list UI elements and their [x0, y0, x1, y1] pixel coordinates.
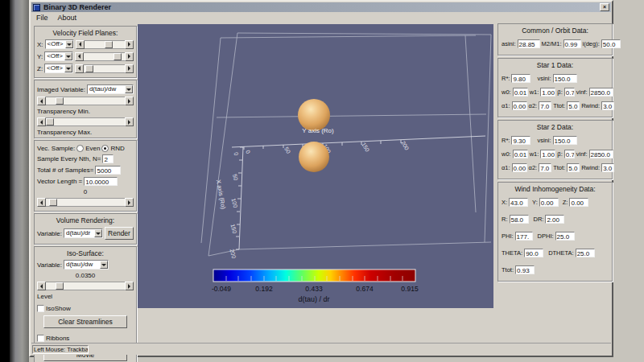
- transparency-max-scrollbar[interactable]: [37, 117, 134, 126]
- vector-length-field[interactable]: 10.0000: [84, 177, 118, 186]
- star1-alpha1-field[interactable]: 0.00: [512, 101, 527, 110]
- star2-vinf-field[interactable]: 2850.0: [589, 150, 613, 158]
- star2-radius-field[interactable]: 9.30: [511, 136, 530, 145]
- star2-ttot-field[interactable]: 5.0: [567, 163, 580, 172]
- star1-vsini-label: vsini:: [537, 75, 551, 82]
- wind-dr-field[interactable]: 2.00: [545, 215, 564, 224]
- x-plane-scrollbar[interactable]: [76, 40, 134, 49]
- x-plane-track[interactable]: [85, 40, 125, 49]
- transparency-min-track[interactable]: [46, 97, 125, 105]
- star1-alpha2-field[interactable]: 7.0: [539, 101, 551, 110]
- viewport[interactable]: 0 50 100 150 200 0 50 100 150 200 X axis…: [138, 24, 493, 308]
- iso-level-track[interactable]: [46, 282, 125, 290]
- star1-radius-field[interactable]: 9.80: [511, 74, 530, 83]
- wind-r-label: R:: [502, 216, 508, 223]
- chevron-down-icon[interactable]: [125, 85, 133, 93]
- arrow-right-icon[interactable]: [125, 282, 134, 290]
- star2-w1-field[interactable]: 1.00: [540, 150, 555, 158]
- transparency-max-track[interactable]: [46, 117, 125, 126]
- z-plane-thumb[interactable]: [85, 65, 93, 72]
- transparency-max-thumb[interactable]: [46, 118, 54, 125]
- isoshow-label: IsoShow: [46, 305, 71, 312]
- wind-theta-field[interactable]: 90.0: [524, 249, 543, 257]
- wind-ttot-field[interactable]: 0.93: [515, 265, 535, 274]
- transparency-min-scrollbar[interactable]: [37, 97, 134, 105]
- wind-dphi-field[interactable]: 25.0: [555, 232, 575, 241]
- arrow-left-icon[interactable]: [37, 97, 46, 105]
- isoshow-checkbox[interactable]: [37, 305, 44, 312]
- imaged-variable-dropdown[interactable]: d(tau)/dw: [87, 84, 134, 94]
- menu-about[interactable]: About: [58, 14, 77, 22]
- menu-file[interactable]: File: [36, 14, 48, 22]
- wind-z-field[interactable]: 0.00: [569, 198, 588, 207]
- close-icon[interactable]: ×: [600, 3, 609, 11]
- chevron-down-icon[interactable]: [64, 64, 72, 72]
- star1-w0-field[interactable]: 0.01: [513, 88, 528, 97]
- y-plane-dropdown[interactable]: <Off>: [44, 51, 73, 61]
- y-plane-thumb[interactable]: [114, 53, 122, 60]
- clear-streamlines-button[interactable]: Clear Streamlines: [43, 315, 127, 328]
- arrow-right-icon[interactable]: [125, 97, 134, 105]
- sample-track[interactable]: [46, 198, 125, 207]
- arrow-left-icon[interactable]: [75, 52, 84, 61]
- star2-alpha1-field[interactable]: 0.00: [512, 163, 527, 172]
- star1-ttot-field[interactable]: 5.0: [567, 101, 580, 110]
- arrow-right-icon[interactable]: [125, 52, 134, 61]
- star1-beta-field[interactable]: 0.7: [564, 88, 575, 97]
- arrow-right-icon[interactable]: [125, 64, 134, 73]
- star2-vsini-field[interactable]: 150.0: [553, 136, 577, 145]
- sample-nth-field[interactable]: 2: [102, 154, 114, 163]
- arrow-left-icon[interactable]: [37, 117, 46, 126]
- y-plane-scrollbar[interactable]: [75, 52, 134, 61]
- star1-rwind-label: Rwind:: [581, 102, 600, 109]
- sample-scrollbar[interactable]: [37, 198, 134, 207]
- y-plane-track[interactable]: [84, 52, 125, 61]
- render-button[interactable]: Render: [105, 227, 134, 240]
- wind-x-field[interactable]: 43.0: [509, 198, 528, 207]
- star1-w1-field[interactable]: 1.00: [540, 88, 555, 97]
- arrow-left-icon[interactable]: [75, 64, 84, 73]
- sample-thumb[interactable]: [49, 199, 57, 206]
- title-bar[interactable]: Binary 3D Renderer ×: [31, 2, 611, 12]
- wind-phi-field[interactable]: 177.: [515, 232, 533, 241]
- even-radio[interactable]: [76, 145, 84, 152]
- star2-rwind-field[interactable]: 3.0: [601, 163, 614, 172]
- wind-y-field[interactable]: 0.00: [539, 198, 559, 207]
- rnd-radio[interactable]: [101, 145, 109, 152]
- arrow-right-icon[interactable]: [125, 198, 134, 207]
- ribbons-checkbox[interactable]: [37, 335, 44, 342]
- star2-beta-field[interactable]: 0.7: [564, 150, 575, 158]
- star1-vsini-field[interactable]: 150.0: [553, 74, 577, 83]
- z-plane-scrollbar[interactable]: [75, 64, 134, 73]
- star1-vinf-field[interactable]: 2850.0: [589, 88, 613, 97]
- star2-w0-field[interactable]: 0.01: [513, 150, 528, 158]
- iso-variable-dropdown[interactable]: d(tau)/dw: [64, 260, 109, 269]
- total-samples-field[interactable]: 5000: [95, 166, 121, 175]
- asini-field[interactable]: 28.85: [518, 39, 540, 48]
- arrow-right-icon[interactable]: [125, 117, 134, 126]
- chevron-down-icon[interactable]: [64, 52, 72, 60]
- x-plane-thumb[interactable]: [105, 41, 113, 48]
- mass-ratio-field[interactable]: 0.99: [564, 39, 581, 48]
- volume-variable-dropdown[interactable]: d(tau)/dr: [64, 228, 103, 238]
- transparency-min-thumb[interactable]: [56, 97, 64, 105]
- inclination-field[interactable]: 50.0: [601, 39, 621, 48]
- chevron-down-icon[interactable]: [65, 40, 73, 48]
- x-plane-dropdown[interactable]: <Off>: [45, 39, 74, 49]
- iso-level-thumb[interactable]: [56, 282, 64, 290]
- wind-r-field[interactable]: 58.0: [510, 215, 529, 224]
- wind-dtheta-field[interactable]: 25.0: [576, 249, 595, 257]
- z-plane-track[interactable]: [84, 64, 125, 73]
- iso-level-scrollbar[interactable]: [37, 282, 134, 290]
- chevron-down-icon[interactable]: [94, 229, 102, 237]
- chevron-down-icon[interactable]: [100, 261, 108, 269]
- arrow-left-icon[interactable]: [37, 198, 46, 207]
- screen-left-black-edge: [0, 0, 10, 362]
- arrow-right-icon[interactable]: [125, 40, 134, 49]
- arrow-left-icon[interactable]: [76, 40, 85, 49]
- arrow-left-icon[interactable]: [37, 282, 46, 290]
- viewport-canvas[interactable]: 0 50 100 150 200 0 50 100 150 200 X axis…: [138, 24, 493, 308]
- star1-rwind-field[interactable]: 3.0: [601, 101, 614, 110]
- star2-alpha2-field[interactable]: 7.0: [539, 163, 551, 172]
- z-plane-dropdown[interactable]: <Off>: [44, 64, 73, 73]
